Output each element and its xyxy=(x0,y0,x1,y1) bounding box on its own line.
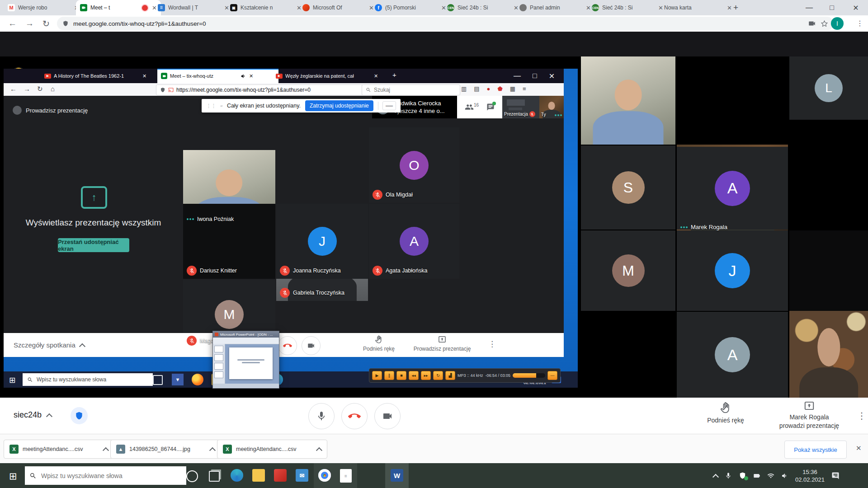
forward-icon[interactable]: → xyxy=(25,19,34,28)
tab-meet[interactable]: Meet – t ✕ xyxy=(76,0,161,15)
video-tile[interactable]: Dariusz Knitter xyxy=(183,204,275,279)
video-tile[interactable]: J xyxy=(677,230,788,311)
window-minimize-button[interactable]: — xyxy=(798,0,821,15)
adblock-icon[interactable]: ● xyxy=(487,85,491,92)
presenting-status-button[interactable]: Marek Rogala prowadzi prezentację xyxy=(764,400,854,430)
video-tile[interactable]: A Agata Jabłońska xyxy=(369,204,459,279)
inner-start-button[interactable]: ⊞ xyxy=(9,375,15,385)
ff-close-button[interactable]: ✕ xyxy=(549,72,555,80)
ff-new-tab-button[interactable]: + xyxy=(392,71,396,79)
cortana-icon[interactable] xyxy=(186,470,198,482)
taskbar-search[interactable] xyxy=(25,466,186,485)
inner-self-thumbnail[interactable]: Ty xyxy=(539,96,564,118)
video-tile[interactable]: L xyxy=(789,56,868,120)
tab-audio-icon[interactable] xyxy=(241,73,246,79)
bookmark-star-icon[interactable] xyxy=(821,20,828,28)
ff-tab-beatles[interactable]: ▶ A History of The Beatles 1962-1✕ xyxy=(41,69,164,83)
tray-expand-icon[interactable] xyxy=(712,474,719,480)
window-maximize-button[interactable]: □ xyxy=(821,0,843,15)
library-icon[interactable]: ▥ xyxy=(461,85,467,92)
tab-new[interactable]: Nowa karta✕ xyxy=(660,0,736,15)
tab-gmail[interactable]: M Wersje robo✕ xyxy=(4,0,83,15)
inner-participants-button[interactable]: 16 xyxy=(465,103,479,112)
video-tile[interactable]: J Joanna Ruczyńska xyxy=(276,204,368,279)
tracking-shield-icon[interactable] xyxy=(160,87,165,93)
word-icon[interactable]: W xyxy=(391,469,403,482)
battery-icon[interactable] xyxy=(753,472,760,479)
media-player[interactable]: ▶ ∥ ■ ◂◂ ▸▸ ↻ ▟ MP3 :: 44 kHz -06:54 / 0… xyxy=(369,368,561,383)
chevron-up-icon[interactable] xyxy=(209,447,216,454)
tab-ksztalcenie[interactable]: ▣ Kształcenie n✕ xyxy=(226,0,306,15)
video-tile[interactable]: O Ola Migdał xyxy=(369,127,459,203)
player-prev-button[interactable]: ◂◂ xyxy=(409,371,419,380)
powerpoint-title-bar[interactable]: Microsoft PowerPoint - [ODN - ... xyxy=(213,331,279,338)
player-volume-button[interactable]: — xyxy=(547,371,557,380)
chrome-menu-icon[interactable]: ⋮ xyxy=(856,19,863,28)
tab-siec24b-2[interactable]: CEN Sieć 24b : Si✕ xyxy=(588,0,667,15)
ff-tab-meet[interactable]: Meet – tix-whoq-utz ✕ xyxy=(157,69,278,83)
download-item[interactable]: ▲ 143986250_86744....jpg xyxy=(110,440,221,459)
presentation-thumbnail[interactable]: Prezentacja xyxy=(502,96,539,118)
store-app-icon[interactable] xyxy=(274,469,287,482)
edge-icon[interactable] xyxy=(231,469,243,482)
tab-siec24b-1[interactable]: CEN Sieć 24b : Si✕ xyxy=(443,0,523,15)
extensions-icon[interactable]: ▦ xyxy=(510,85,515,92)
chevron-up-icon[interactable] xyxy=(316,447,322,454)
profile-avatar[interactable]: I xyxy=(831,17,844,30)
ff-address-bar[interactable]: https://meet.google.com/tix-whoq-utz?pli… xyxy=(156,84,365,95)
speaker-icon[interactable] xyxy=(781,472,788,479)
document-app-icon[interactable]: ≡ xyxy=(340,469,352,483)
file-explorer-icon[interactable] xyxy=(252,469,265,482)
mic-tray-icon[interactable] xyxy=(725,472,732,479)
ff-tab-wezly[interactable]: ▶ Węzły żeglarskie na patent, cał✕ xyxy=(272,69,395,83)
tab-close-icon[interactable]: ✕ xyxy=(142,73,146,79)
video-tile[interactable] xyxy=(789,230,868,311)
video-tile[interactable] xyxy=(789,300,868,408)
mail-icon[interactable]: ✉ xyxy=(296,469,308,482)
show-all-downloads-button[interactable]: Pokaż wszystkie xyxy=(784,441,847,459)
ff-minimize-button[interactable]: — xyxy=(514,72,521,80)
start-button[interactable]: ⊞ xyxy=(9,471,17,482)
video-tile[interactable]: S xyxy=(581,145,675,230)
inner-taskbar-search[interactable]: Wpisz tu wyszukiwane słowa xyxy=(23,373,153,386)
player-eq-button[interactable]: ▟ xyxy=(445,371,455,380)
more-options-icon[interactable]: ⋮ xyxy=(857,410,866,421)
video-tile[interactable]: A xyxy=(677,147,788,230)
player-play-button[interactable]: ▶ xyxy=(372,371,382,380)
inner-chat-button[interactable] xyxy=(486,103,495,111)
firefox-icon[interactable] xyxy=(192,374,203,385)
hangup-button[interactable] xyxy=(341,403,368,429)
ff-search-box[interactable]: Szukaj xyxy=(362,84,460,95)
inner-raise-hand-button[interactable]: Podnieś rękę xyxy=(356,335,401,352)
player-stop-button[interactable]: ■ xyxy=(396,371,406,380)
tab-close-icon[interactable]: ✕ xyxy=(249,73,253,79)
tab-camera-icon[interactable] xyxy=(808,19,816,28)
tab-close-icon[interactable]: ✕ xyxy=(374,73,378,79)
ff-home-icon[interactable]: ⌂ xyxy=(51,85,55,93)
download-item[interactable]: X meetingAttendanc....csv xyxy=(4,440,114,459)
minimize-share-bar-button[interactable]: — xyxy=(382,101,396,110)
stop-share-button[interactable]: Zatrzymaj udostępnianie xyxy=(305,100,373,111)
screenshare-cast-icon[interactable] xyxy=(168,87,174,93)
ff-back-icon[interactable]: ← xyxy=(10,85,17,93)
task-view-icon[interactable] xyxy=(209,471,220,482)
video-tile[interactable]: A xyxy=(677,312,788,398)
taskbar-clock[interactable]: 15:36 02.02.2021 xyxy=(795,468,825,483)
reload-icon[interactable]: ↻ xyxy=(42,19,50,29)
powerpoint-window[interactable]: Microsoft PowerPoint - [ODN - ... xyxy=(212,331,279,389)
meeting-name-button[interactable]: siec24b xyxy=(14,410,52,420)
video-tile[interactable]: M xyxy=(581,230,675,311)
inner-presenting-button[interactable]: Prowadzisz prezentację xyxy=(406,335,478,352)
drag-handle-icon[interactable]: ⋮⋮ xyxy=(206,103,216,109)
camera-button[interactable] xyxy=(374,403,401,429)
tab-office[interactable]: Microsoft Of✕ xyxy=(298,0,378,15)
player-next-button[interactable]: ▸▸ xyxy=(421,371,431,380)
inner-more-options-icon[interactable]: ⋮ xyxy=(488,339,496,349)
save-app-icon[interactable]: ▼ xyxy=(172,374,184,385)
back-icon[interactable]: ← xyxy=(8,19,17,28)
tab-panel-admin[interactable]: Panel admin✕ xyxy=(515,0,595,15)
sidebar-icon[interactable]: ▤ xyxy=(474,85,479,92)
inner-task-view-icon[interactable] xyxy=(153,375,163,385)
action-center-icon[interactable] xyxy=(831,472,840,480)
tab-wordwall[interactable]: ⠿ Wordwall | T✕ xyxy=(154,0,233,15)
